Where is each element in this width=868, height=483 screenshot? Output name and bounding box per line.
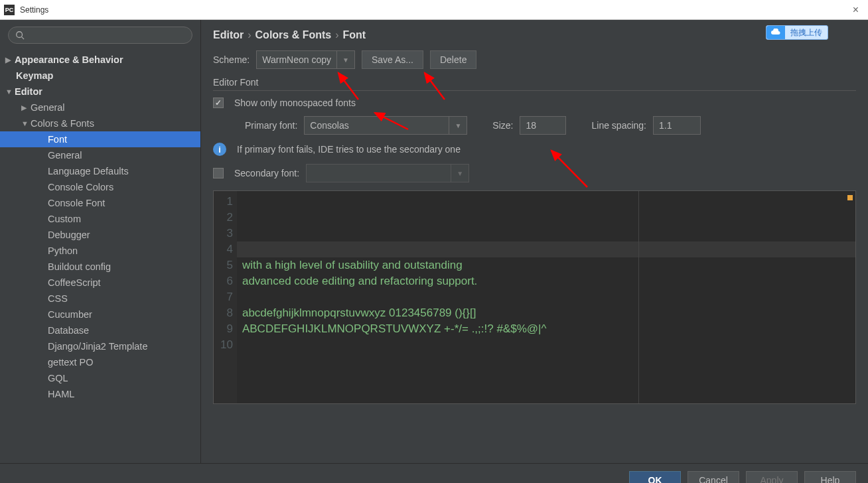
tree-item[interactable]: Cucumber: [0, 307, 200, 322]
expand-down-icon[interactable]: ▼: [21, 119, 31, 127]
monospaced-checkbox[interactable]: [213, 98, 224, 108]
tree-item[interactable]: Custom: [0, 211, 200, 227]
svg-point-0: [17, 32, 23, 38]
primary-font-combo[interactable]: Consolas ▼: [304, 116, 467, 135]
expand-right-icon[interactable]: ▶: [21, 104, 31, 112]
font-preview[interactable]: 12345678910 PyCharm is a full-featured I…: [213, 190, 856, 404]
tree-item[interactable]: GQL: [0, 370, 200, 386]
tree-item-label: Python: [48, 245, 78, 256]
tree-item-label: CSS: [48, 293, 68, 304]
help-button[interactable]: Help: [804, 471, 856, 484]
settings-tree: ▶Appearance & BehaviorKeymap▼Editor▶Gene…: [0, 50, 200, 463]
monospaced-label: Show only monospaced fonts: [234, 98, 356, 108]
tree-item-label: Colors & Fonts: [31, 118, 94, 129]
delete-button[interactable]: Delete: [430, 50, 476, 69]
svg-line-1: [22, 37, 25, 40]
tree-item[interactable]: HAML: [0, 386, 200, 402]
tree-item[interactable]: CoffeeScript: [0, 275, 200, 291]
tree-item[interactable]: Console Font: [0, 195, 200, 211]
cloud-upload-badge[interactable]: 拖拽上传: [766, 25, 828, 40]
size-input[interactable]: [520, 116, 566, 135]
line-number: 10: [220, 337, 233, 353]
code-line: [242, 337, 850, 353]
warning-marker: [847, 195, 853, 200]
expand-right-icon[interactable]: ▶: [5, 56, 15, 64]
chevron-right-icon: ›: [248, 29, 251, 41]
tree-item-label: Django/Jinja2 Template: [48, 341, 147, 352]
line-number: 8: [220, 305, 233, 321]
cancel-button[interactable]: Cancel: [687, 471, 739, 484]
chevron-down-icon: ▼: [451, 165, 463, 182]
tree-item-label: Buildout config: [48, 261, 111, 272]
divider: [213, 90, 856, 91]
dialog-footer: OK Cancel Apply Help: [0, 463, 868, 483]
breadcrumb-colors-fonts[interactable]: Colors & Fonts: [255, 29, 332, 41]
ok-button[interactable]: OK: [629, 471, 681, 484]
chevron-right-icon: ›: [335, 29, 338, 41]
code-line: [242, 353, 850, 369]
code-line: [242, 385, 850, 401]
save-as-button[interactable]: Save As...: [362, 50, 423, 69]
tree-item[interactable]: ▶General: [0, 100, 200, 115]
search-input[interactable]: [8, 27, 192, 44]
tree-item-label: Console Colors: [48, 182, 113, 192]
tree-item-label: gettext PO: [48, 357, 94, 368]
scheme-label: Scheme:: [213, 54, 250, 65]
line-number: 2: [220, 210, 233, 226]
tree-item-label: Language Defaults: [48, 166, 129, 176]
chevron-down-icon: ▼: [449, 117, 461, 134]
tree-item[interactable]: ▼Editor: [0, 84, 200, 100]
tree-item[interactable]: ▼Colors & Fonts: [0, 115, 200, 131]
window-title: Settings: [20, 5, 847, 15]
secondary-font-combo[interactable]: ▼: [306, 164, 469, 182]
tree-item[interactable]: Font: [0, 131, 200, 147]
tree-item-label: HAML: [48, 389, 74, 399]
line-number: 4: [220, 242, 233, 257]
tree-item-label: Editor: [15, 86, 42, 97]
tree-item[interactable]: Console Colors: [0, 179, 200, 195]
line-spacing-input[interactable]: [653, 116, 701, 135]
tree-item-label: Keymap: [16, 70, 53, 81]
tree-item[interactable]: Database: [0, 322, 200, 338]
tree-item-label: General: [48, 150, 82, 161]
sidebar: ▶Appearance & BehaviorKeymap▼Editor▶Gene…: [0, 20, 201, 463]
tree-item-label: Custom: [48, 214, 81, 224]
line-number: 1: [220, 194, 233, 210]
line-number: 9: [220, 321, 233, 337]
tree-item[interactable]: General: [0, 147, 200, 163]
tree-item[interactable]: Buildout config: [0, 259, 200, 275]
apply-button[interactable]: Apply: [746, 471, 798, 484]
ruler: [638, 191, 639, 403]
tree-item-label: Appearance & Behavior: [15, 54, 123, 65]
line-number: 3: [220, 226, 233, 242]
line-number: 5: [220, 257, 233, 273]
app-icon: PC: [4, 5, 15, 15]
gutter: 12345678910: [214, 191, 237, 403]
breadcrumb-editor[interactable]: Editor: [213, 29, 244, 41]
code-line: advanced code editing and refactoring su…: [242, 273, 850, 289]
tree-item[interactable]: Django/Jinja2 Template: [0, 338, 200, 354]
section-editor-font: Editor Font: [213, 77, 856, 88]
line-number: 7: [220, 289, 233, 305]
breadcrumb-font[interactable]: Font: [343, 29, 366, 41]
code-line: abcdefghijklmnopqrstuvwxyz 0123456789 ()…: [242, 305, 850, 321]
tree-item-label: Cucumber: [48, 309, 92, 320]
cloud-icon: [766, 26, 785, 39]
code-line: with a high level of usability and outst…: [242, 257, 850, 273]
tree-item[interactable]: gettext PO: [0, 354, 200, 370]
size-label: Size:: [492, 120, 513, 131]
tree-item[interactable]: ▶Appearance & Behavior: [0, 52, 200, 68]
code-line: [242, 369, 850, 385]
primary-font-label: Primary font:: [245, 120, 297, 131]
expand-down-icon[interactable]: ▼: [5, 88, 15, 96]
tree-item[interactable]: Keymap: [0, 68, 200, 84]
tree-item[interactable]: Debugger: [0, 227, 200, 243]
tree-item[interactable]: Language Defaults: [0, 163, 200, 179]
close-icon[interactable]: ×: [847, 4, 864, 16]
secondary-font-checkbox[interactable]: [213, 168, 224, 178]
tree-item[interactable]: Python: [0, 243, 200, 259]
info-text: If primary font fails, IDE tries to use …: [237, 144, 461, 155]
scheme-combo[interactable]: WarmNeon copy ▼: [256, 50, 355, 69]
code-line: [242, 289, 850, 305]
tree-item[interactable]: CSS: [0, 291, 200, 307]
